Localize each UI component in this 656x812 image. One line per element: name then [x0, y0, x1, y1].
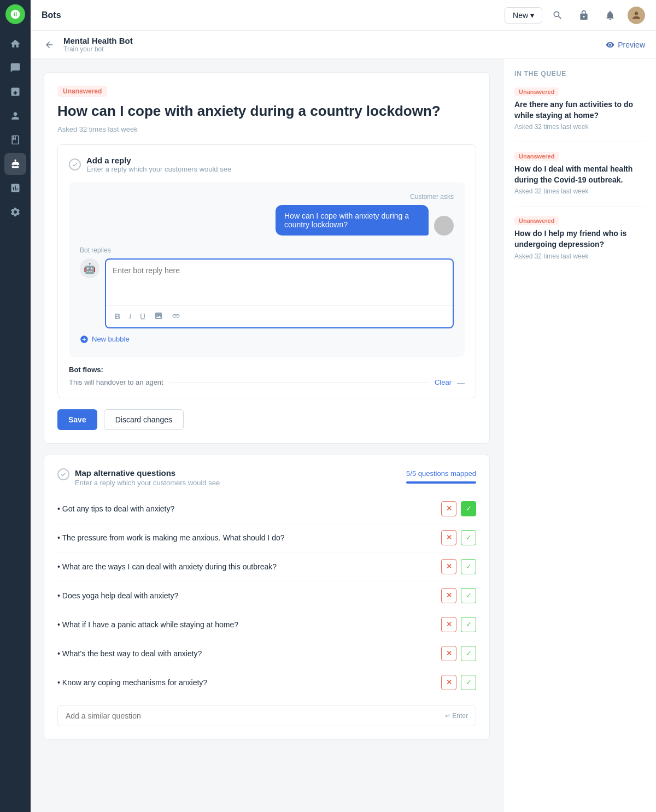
accept-button[interactable]: ✓: [461, 588, 476, 603]
queue-meta: Asked 32 times last week: [514, 123, 645, 131]
image-button[interactable]: [152, 310, 165, 323]
reply-section: Add a reply Enter a reply which your cus…: [57, 144, 476, 398]
reject-button[interactable]: ✕: [441, 588, 456, 603]
bot-flows-label: Bot flows:: [69, 366, 465, 374]
clear-button[interactable]: Clear: [435, 378, 452, 386]
search-icon[interactable]: [549, 7, 566, 24]
alt-actions: ✕ ✓: [441, 530, 476, 545]
queue-question[interactable]: How do I help my friend who is undergoin…: [514, 228, 645, 250]
sidebar: [0, 0, 31, 812]
bot-label: Bot replies: [80, 246, 454, 254]
list-item: • What's the best way to deal with anxie…: [57, 639, 476, 668]
sidebar-item-reports[interactable]: [4, 177, 26, 199]
preview-button[interactable]: Preview: [606, 40, 645, 49]
underline-button[interactable]: U: [138, 310, 148, 323]
customer-label: Customer asks: [80, 193, 454, 201]
accept-button[interactable]: ✓: [461, 559, 476, 574]
bold-button[interactable]: B: [113, 310, 122, 323]
sidebar-item-settings[interactable]: [4, 201, 26, 223]
new-button[interactable]: New ▾: [505, 7, 542, 23]
add-question-row: ↵ Enter: [57, 705, 476, 726]
accept-button[interactable]: ✓: [461, 617, 476, 632]
alerts-icon[interactable]: [601, 7, 619, 24]
discard-button[interactable]: Discard changes: [104, 409, 184, 430]
queue-question[interactable]: How do I deal with mental health during …: [514, 164, 645, 185]
queue-question[interactable]: Are there any fun activities to do while…: [514, 99, 645, 121]
alt-actions: ✕ ✓: [441, 559, 476, 574]
map-progress-info: 5/5 questions mapped: [406, 468, 476, 492]
reject-button[interactable]: ✕: [441, 501, 456, 516]
new-bubble-button[interactable]: New bubble: [80, 335, 130, 344]
queue-badge: Unanswered: [514, 152, 559, 161]
sidebar-item-book[interactable]: [4, 129, 26, 151]
alt-question-text: • Know any coping mechanisms for anxiety…: [57, 678, 441, 687]
handover-row: This will handover to an agent Clear —: [69, 378, 465, 387]
user-avatar[interactable]: [628, 7, 645, 24]
handover-text: This will handover to an agent: [69, 378, 163, 386]
link-button[interactable]: [169, 310, 183, 323]
queue-badge: Unanswered: [514, 87, 559, 96]
reply-header-text: Add a reply Enter a reply which your cus…: [86, 156, 231, 173]
content-area: Unanswered How can I cope with anxiety d…: [31, 59, 656, 812]
queue-badge: Unanswered: [514, 216, 559, 225]
accept-button[interactable]: ✓: [461, 530, 476, 545]
add-question-input[interactable]: [66, 711, 445, 720]
sidebar-item-inbox[interactable]: [4, 81, 26, 103]
sub-topbar: Mental Health Bot Train your bot Preview: [31, 31, 656, 59]
reject-button[interactable]: ✕: [441, 559, 456, 574]
reject-button[interactable]: ✕: [441, 675, 456, 690]
main-content: Unanswered How can I cope with anxiety d…: [31, 59, 503, 812]
sidebar-item-chat[interactable]: [4, 57, 26, 79]
sidebar-item-bots[interactable]: [4, 153, 26, 175]
customer-bubble-row: How can I cope with anxiety during a cou…: [80, 205, 454, 236]
unanswered-badge: Unanswered: [57, 86, 107, 97]
italic-button[interactable]: I: [127, 310, 133, 323]
back-button[interactable]: [42, 37, 57, 52]
bot-flows: Bot flows: This will handover to an agen…: [69, 366, 465, 387]
progress-fill: [406, 481, 476, 484]
queue-item: Unanswered Are there any fun activities …: [514, 86, 645, 131]
bot-reply-input[interactable]: [106, 260, 453, 303]
list-item: • What are the ways I can deal with anxi…: [57, 552, 476, 581]
topbar-icons: [549, 7, 645, 24]
check-icon: [69, 158, 81, 170]
accept-button[interactable]: ✓: [461, 646, 476, 661]
customer-avatar: [434, 216, 454, 236]
save-button[interactable]: Save: [57, 409, 97, 430]
question-card: Unanswered How can I cope with anxiety d…: [44, 72, 490, 444]
page-title: Bots: [42, 10, 498, 20]
queue-meta: Asked 32 times last week: [514, 187, 645, 195]
chat-area: Customer asks How can I cope with anxiet…: [69, 182, 465, 357]
progress-bar: [406, 481, 476, 484]
alt-question-text: • Does yoga help deal with anxiety?: [57, 591, 441, 600]
reject-button[interactable]: ✕: [441, 530, 456, 545]
app-logo: [5, 4, 25, 24]
handover-line: [169, 382, 429, 383]
question-meta: Asked 32 times last week: [57, 125, 476, 133]
alt-question-text: • Got any tips to deal with anxiety?: [57, 504, 441, 513]
alt-actions: ✕ ✓: [441, 501, 476, 516]
alt-actions: ✕ ✓: [441, 675, 476, 690]
alt-question-text: • The pressure from work is making me an…: [57, 533, 441, 542]
map-header-left: Map alternative questions Enter a reply …: [57, 468, 220, 487]
accept-button[interactable]: ✓: [461, 501, 476, 516]
bot-subtitle: Train your bot: [63, 45, 599, 53]
reply-subtitle: Enter a reply which your customers would…: [86, 165, 231, 173]
map-check-icon: [57, 468, 69, 480]
topbar: Bots New ▾: [31, 0, 656, 31]
sidebar-item-home[interactable]: [4, 33, 26, 55]
reject-button[interactable]: ✕: [441, 617, 456, 632]
sidebar-item-contacts[interactable]: [4, 105, 26, 127]
queue-item: Unanswered How do I help my friend who i…: [514, 215, 645, 260]
enter-hint: ↵ Enter: [445, 712, 468, 720]
reply-title: Add a reply: [86, 156, 231, 165]
queue-divider: [514, 142, 645, 142]
queue-title: IN THE QUEUE: [514, 70, 645, 78]
question-title: How can I cope with anxiety during a cou…: [57, 102, 476, 121]
alt-question-text: • What are the ways I can deal with anxi…: [57, 562, 441, 571]
reject-button[interactable]: ✕: [441, 646, 456, 661]
progress-label: 5/5 questions mapped: [406, 469, 476, 478]
queue-divider: [514, 206, 645, 207]
notifications-icon[interactable]: [575, 7, 593, 24]
accept-button[interactable]: ✓: [461, 675, 476, 690]
